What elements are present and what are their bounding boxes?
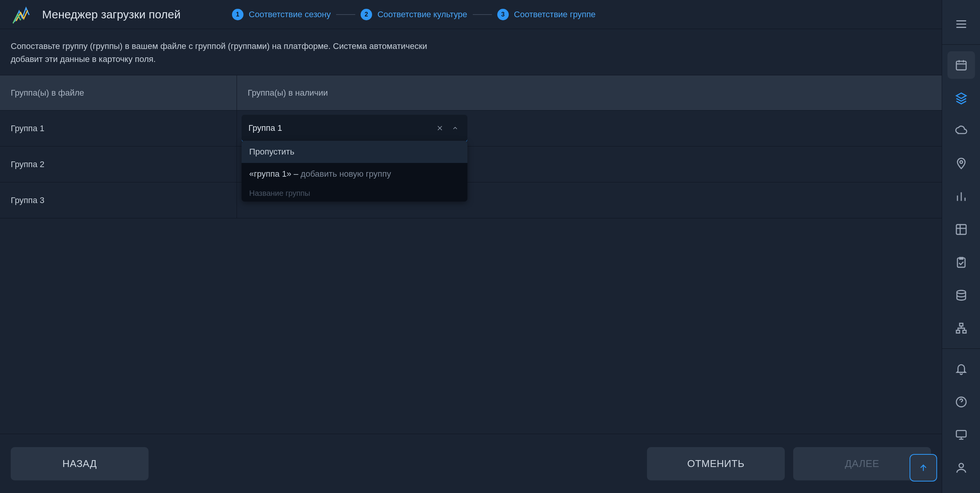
svg-rect-5 bbox=[959, 323, 963, 326]
svg-point-1 bbox=[960, 161, 962, 163]
upload-fab[interactable] bbox=[910, 454, 937, 482]
description-text: Сопоставьте группу (группы) в вашем файл… bbox=[0, 29, 440, 75]
file-group-cell: Группа 2 bbox=[0, 146, 237, 182]
stepper: 1 Соответствие сезону 2 Соответствие кул… bbox=[232, 9, 596, 20]
rail-separator bbox=[942, 348, 980, 349]
step-number: 2 bbox=[361, 9, 372, 20]
table-row: Группа 3 Название группы bbox=[0, 182, 942, 218]
step-number: 3 bbox=[497, 9, 509, 20]
column-header-available: Группа(ы) в наличии bbox=[237, 75, 942, 110]
table-header-row: Группа(ы) в файле Группа(ы) в наличии bbox=[0, 75, 942, 111]
table-row: Группа 1 Группа 1 Пропустить bbox=[0, 111, 942, 146]
dropdown-hint: Название группы bbox=[242, 185, 467, 202]
back-button[interactable]: НАЗАД bbox=[11, 447, 149, 480]
rail-separator bbox=[942, 44, 980, 45]
step-label: Соответствие группе bbox=[514, 10, 596, 20]
file-group-cell: Группа 1 bbox=[0, 111, 237, 146]
bell-icon[interactable] bbox=[947, 355, 975, 383]
step-season[interactable]: 1 Соответствие сезону bbox=[232, 9, 331, 20]
file-group-cell: Группа 3 bbox=[0, 182, 237, 218]
svg-rect-7 bbox=[963, 330, 966, 333]
clipboard-check-icon[interactable] bbox=[947, 249, 975, 276]
caret-up-icon[interactable] bbox=[450, 123, 461, 133]
location-icon[interactable] bbox=[947, 150, 975, 177]
svg-point-4 bbox=[957, 290, 965, 294]
step-culture[interactable]: 2 Соответствие культуре bbox=[361, 9, 467, 20]
sitemap-icon[interactable] bbox=[947, 314, 975, 342]
cloud-icon[interactable] bbox=[947, 117, 975, 145]
svg-point-10 bbox=[959, 464, 963, 468]
dropdown-option-add-new[interactable]: «группа 1» – добавить новую группу bbox=[242, 163, 467, 185]
right-rail bbox=[942, 0, 980, 493]
user-icon[interactable] bbox=[947, 454, 975, 482]
step-separator bbox=[473, 14, 492, 15]
page-title: Менеджер загрузки полей bbox=[42, 8, 181, 21]
calendar-icon[interactable] bbox=[947, 51, 975, 79]
grid-icon[interactable] bbox=[947, 216, 975, 243]
svg-rect-0 bbox=[956, 61, 966, 70]
mapping-table: Группа(ы) в файле Группа(ы) в наличии Гр… bbox=[0, 75, 942, 218]
column-header-file: Группа(ы) в файле bbox=[0, 88, 237, 98]
step-group[interactable]: 3 Соответствие группе bbox=[497, 9, 596, 20]
group-dropdown: Пропустить «группа 1» – добавить новую г… bbox=[242, 141, 467, 202]
svg-rect-6 bbox=[956, 330, 960, 333]
select-value: Группа 1 bbox=[248, 123, 430, 133]
database-icon[interactable] bbox=[947, 281, 975, 309]
clear-icon[interactable] bbox=[434, 123, 445, 133]
step-separator bbox=[336, 14, 355, 15]
step-number: 1 bbox=[232, 9, 243, 20]
step-label: Соответствие культуре bbox=[377, 10, 467, 20]
step-label: Соответствие сезону bbox=[249, 10, 331, 20]
dropdown-option-skip[interactable]: Пропустить bbox=[242, 141, 467, 163]
footer: НАЗАД ОТМЕНИТЬ ДАЛЕЕ bbox=[0, 434, 942, 493]
help-icon[interactable] bbox=[947, 388, 975, 416]
menu-icon[interactable] bbox=[947, 10, 975, 38]
layers-icon[interactable] bbox=[947, 84, 975, 112]
app-logo bbox=[11, 3, 33, 26]
table-row: Группа 2 Название группы bbox=[0, 146, 942, 182]
header: Менеджер загрузки полей 1 Соответствие с… bbox=[0, 0, 942, 29]
chart-icon[interactable] bbox=[947, 183, 975, 210]
available-group-cell: Группа 1 Пропустить «группа 1» – добавит… bbox=[237, 111, 942, 146]
monitor-icon[interactable] bbox=[947, 421, 975, 449]
svg-rect-2 bbox=[956, 225, 966, 234]
svg-rect-9 bbox=[956, 431, 966, 437]
group-select[interactable]: Группа 1 bbox=[242, 115, 467, 142]
cancel-button[interactable]: ОТМЕНИТЬ bbox=[647, 447, 785, 480]
